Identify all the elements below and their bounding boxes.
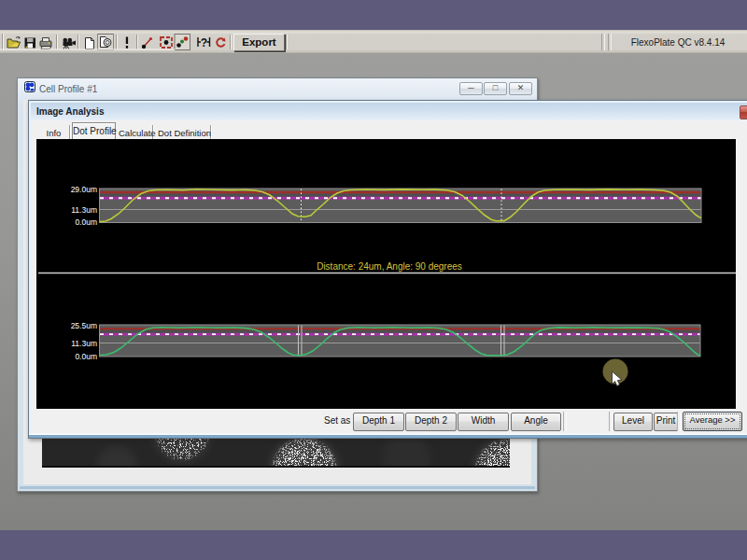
svg-text:Distance: 24um, Angle: 90 degr: Distance: 24um, Angle: 90 degrees [317, 261, 462, 272]
svg-text:0.0um: 0.0um [75, 352, 97, 361]
svg-text:29.0um: 29.0um [71, 185, 97, 194]
svg-text:?: ? [201, 36, 207, 49]
svg-text:11.3um: 11.3um [71, 339, 97, 348]
svg-text:0.0um: 0.0um [75, 217, 97, 227]
svg-text:11.3um: 11.3um [71, 205, 97, 215]
svg-text:25.5um: 25.5um [71, 321, 97, 330]
